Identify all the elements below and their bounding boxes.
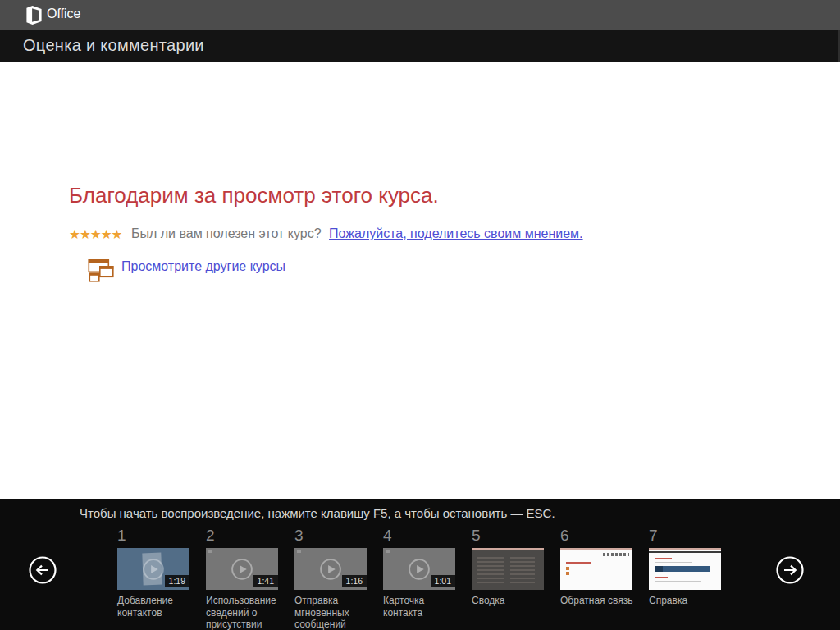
duration-badge: 1:16 <box>342 575 367 587</box>
thumb-caption: Отправка мгновенных сообщений <box>294 595 367 630</box>
office-logo-icon <box>25 6 43 25</box>
other-courses-link[interactable]: Просмотрите другие курсы <box>121 259 285 274</box>
thumb-number: 2 <box>206 527 278 548</box>
thumb-caption: Сводка <box>472 595 544 607</box>
video-thumb: 1:19 <box>117 548 189 590</box>
duration-badge: 1:41 <box>253 575 278 587</box>
help-thumb <box>649 548 721 590</box>
video-thumb: 1:16 <box>294 548 367 590</box>
thumbnail-1-dobavlenie-kontaktov[interactable]: 1 1:19 Добавление контактов <box>117 527 189 619</box>
thumb-number: 1 <box>117 527 189 548</box>
thumb-caption: Обратная связь <box>560 595 632 607</box>
previous-button[interactable] <box>28 555 57 585</box>
rating-question: Был ли вам полезен этот курс? <box>131 226 322 240</box>
rating-row: ★★★★★ Был ли вам полезен этот курс? Пожа… <box>69 226 583 243</box>
thumbnail-3-otpravka-soobshcheniy[interactable]: 3 1:16 Отправка мгновенных сообщений <box>294 527 367 630</box>
play-icon <box>409 558 431 580</box>
course-player-page: Office Оценка и комментарии Благодарим з… <box>0 0 840 630</box>
page-header-bar: Оценка и комментарии <box>0 30 840 62</box>
video-thumb: 1:01 <box>383 548 455 590</box>
thumb-caption: Добавление контактов <box>117 595 189 619</box>
feedback-thumb <box>560 548 632 590</box>
star-rating[interactable]: ★★★★★ <box>69 227 121 241</box>
playback-instruction: Чтобы начать воспроизведение, нажмите кл… <box>80 506 555 520</box>
thumb-number: 7 <box>649 527 721 548</box>
thumbnail-6-obratnaya-svyaz[interactable]: 6 Обратная связь <box>560 527 632 607</box>
app-name: Office <box>47 7 81 21</box>
duration-badge: 1:19 <box>165 575 189 587</box>
summary-thumb <box>472 548 544 590</box>
duration-badge: 1:01 <box>431 575 455 587</box>
thumb-number: 4 <box>383 527 455 548</box>
share-opinion-link[interactable]: Пожалуйста, поделитесь своим мнением. <box>329 226 583 240</box>
thumbnail-2-svedeniya-o-prisutstvii[interactable]: 2 1:41 Использование сведений о присутст… <box>206 527 278 630</box>
thumbnail-5-svodka[interactable]: 5 Сводка <box>472 527 544 607</box>
page-title: Оценка и комментарии <box>23 36 204 55</box>
next-button[interactable] <box>775 555 805 585</box>
thumb-number: 3 <box>294 527 367 548</box>
thumb-caption: Справка <box>649 595 721 607</box>
thumb-caption: Карточка контакта <box>383 595 455 619</box>
app-titlebar: Office <box>0 0 840 30</box>
video-thumb: 1:41 <box>206 548 278 590</box>
main-content: Благодарим за просмотр этого курса. ★★★★… <box>0 62 840 499</box>
thumb-caption: Использование сведений о присутствии <box>206 595 278 630</box>
other-courses-icon <box>88 257 114 282</box>
play-icon <box>231 558 253 580</box>
filmstrip-bar: Чтобы начать воспроизведение, нажмите кл… <box>0 499 840 630</box>
thumbnail-4-kartochka-kontakta[interactable]: 4 1:01 Карточка контакта <box>383 527 455 619</box>
play-icon <box>143 558 165 580</box>
thumb-number: 5 <box>472 527 544 548</box>
thumb-number: 6 <box>560 527 632 548</box>
thumbnail-7-spravka[interactable]: 7 Справка <box>649 527 721 607</box>
thank-you-heading: Благодарим за просмотр этого курса. <box>69 183 439 208</box>
play-icon <box>320 558 342 580</box>
